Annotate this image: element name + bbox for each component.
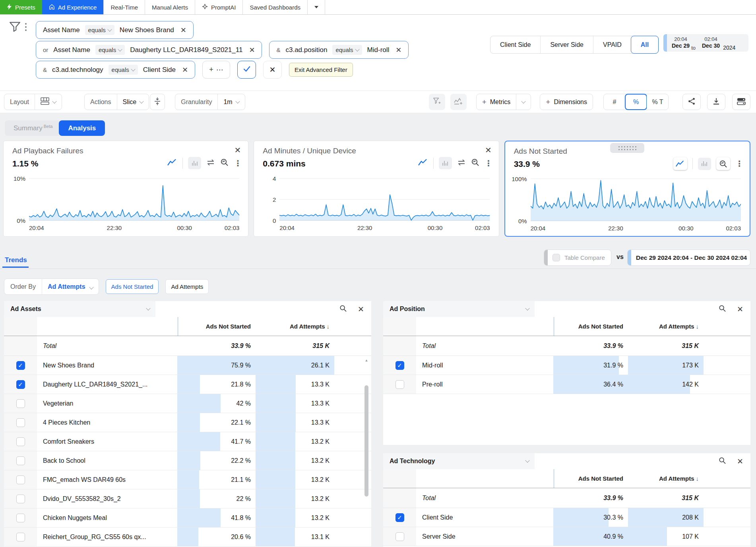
line-chart[interactable]	[531, 176, 741, 223]
zoom-icon[interactable]	[471, 158, 479, 168]
column-header-ad-attempts[interactable]: Ad Attempts↓	[628, 323, 704, 330]
filter-add-disabled-button[interactable]	[429, 94, 445, 110]
table-dimension-dropdown[interactable]: Ad Technology	[383, 453, 535, 469]
drag-handle[interactable]	[610, 143, 644, 153]
layout-button[interactable]: Layout	[4, 94, 62, 110]
segment-client-side[interactable]: Client Side	[490, 36, 540, 53]
remove-filter-icon[interactable]: ✕	[182, 66, 188, 74]
nav-saved-dashboards[interactable]: Saved Dashboards	[243, 0, 308, 14]
exit-advanced-filter-button[interactable]: Exit Advanced Filter	[289, 63, 353, 77]
filter-funnel-icon[interactable]	[10, 22, 20, 33]
segment-vpaid[interactable]: VPAID	[593, 36, 631, 53]
close-icon[interactable]: ✕	[235, 145, 241, 155]
line-chart-icon[interactable]	[418, 158, 428, 168]
table-row[interactable]: Server Side40.9 %107 K	[383, 527, 750, 546]
table-scrollbar[interactable]: ▲	[364, 358, 369, 546]
segment-server-side[interactable]: Server Side	[540, 36, 593, 53]
row-checkbox[interactable]: ✓	[16, 380, 25, 389]
chip-ads-not-started[interactable]: Ads Not Started	[106, 279, 159, 294]
row-checkbox[interactable]	[395, 380, 404, 389]
order-by-dropdown[interactable]: Order By Ad Attempts	[4, 278, 99, 295]
trend-add-disabled-button[interactable]	[450, 94, 467, 110]
zoom-icon[interactable]	[716, 157, 730, 170]
actions-button[interactable]: Actions Slice	[84, 94, 149, 110]
row-checkbox[interactable]	[395, 532, 404, 541]
remove-filter-icon[interactable]: ✕	[395, 46, 401, 54]
split-rows-button[interactable]	[150, 94, 165, 110]
segment-all[interactable]: All	[631, 36, 659, 54]
table-compare-toggle[interactable]: Table Compare	[544, 249, 611, 266]
card-ads-not-started[interactable]: Ads Not Started 33.9 % ⋮ 100%0% 20:0422:…	[504, 141, 750, 237]
line-chart[interactable]	[29, 176, 239, 223]
filter-pill[interactable]: & c3.ad.position equals Mid-roll ✕	[269, 41, 409, 59]
row-checkbox[interactable]: ✓	[395, 513, 404, 522]
filter-op[interactable]: equals	[95, 45, 125, 55]
nav-more-dropdown[interactable]	[308, 0, 325, 14]
row-checkbox[interactable]	[16, 495, 25, 503]
close-icon[interactable]: ✕	[358, 305, 364, 314]
column-header-ad-attempts[interactable]: Ad Attempts↓	[256, 323, 334, 330]
row-checkbox[interactable]	[16, 437, 25, 446]
row-checkbox[interactable]	[16, 514, 25, 522]
share-button[interactable]	[682, 94, 701, 110]
table-row[interactable]: ✓Client Side30.3 %208 K	[383, 508, 750, 527]
granularity-button[interactable]: Granularity 1m	[175, 94, 245, 110]
metrics-dropdown[interactable]	[516, 101, 531, 103]
card-ad-minutes-unique-device[interactable]: Ad Minutes / Unique Device ✕ 0.673 mins …	[254, 141, 499, 237]
kebab-icon[interactable]: ⋮	[485, 159, 492, 167]
search-icon[interactable]	[719, 305, 726, 314]
table-row[interactable]: Vegeterian42 %13.3 K	[4, 394, 371, 413]
table-row[interactable]: Reichert_Group_RG_CS55 60s qx...20.6 %13…	[4, 528, 371, 547]
zoom-icon[interactable]	[220, 158, 229, 168]
filter-op[interactable]: equals	[332, 45, 362, 55]
search-icon[interactable]	[719, 457, 726, 466]
add-dimensions-button[interactable]: +Dimensions	[540, 94, 593, 110]
remove-filter-icon[interactable]: ✕	[180, 26, 186, 35]
table-dimension-dropdown[interactable]: Ad Assets	[4, 301, 155, 317]
row-checkbox[interactable]	[16, 399, 25, 408]
table-row[interactable]: 4 Pieces Kitchen22.1 %13.3 K	[4, 413, 371, 432]
table-row[interactable]: Pre-roll36.4 %142 K	[383, 375, 750, 394]
table-row[interactable]: Dvido_DV_5553582_30s_222 %13.2 K	[4, 489, 371, 508]
table-row[interactable]: ✓Mid-roll31.9 %173 K	[383, 356, 750, 375]
compare-range-picker[interactable]: Dec 29 2024 20:04 - Dec 30 2024 02:04	[627, 249, 750, 266]
close-icon[interactable]: ✕	[737, 305, 743, 314]
bar-chart-icon[interactable]	[439, 157, 452, 169]
row-checkbox[interactable]	[16, 533, 25, 541]
row-checkbox[interactable]: ✓	[395, 361, 404, 370]
table-row[interactable]: Comfort Sneakers41.7 %13.2 K	[4, 432, 371, 451]
card-view-toggle-button[interactable]	[732, 94, 750, 110]
bar-chart-icon[interactable]	[188, 157, 201, 169]
filter-op[interactable]: equals	[85, 25, 114, 35]
format-percent[interactable]: %	[625, 94, 647, 110]
nav-promptai[interactable]: PromptAI	[195, 0, 243, 14]
nav-manual-alerts[interactable]: Manual Alerts	[145, 0, 195, 14]
column-header-ads-not-started[interactable]: Ads Not Started	[553, 475, 628, 482]
scrollbar-thumb[interactable]	[364, 385, 368, 497]
row-checkbox[interactable]: ✓	[16, 361, 25, 370]
column-header-ads-not-started[interactable]: Ads Not Started	[553, 323, 628, 330]
tab-summary[interactable]: SummaryBeta	[5, 120, 59, 136]
filter-op[interactable]: equals	[109, 65, 138, 75]
table-row[interactable]: ✓Daugherty LLC_DAR1849_S2021_...21.8 %13…	[4, 375, 371, 394]
date-range-picker[interactable]: 20:04Dec 29 to 02:04Dec 30 2024	[663, 34, 748, 52]
table-row[interactable]: Chicken Nuggets Meal41.8 %13.2 K	[4, 508, 371, 528]
scroll-up-icon[interactable]: ▲	[364, 358, 369, 363]
row-checkbox[interactable]	[16, 475, 25, 484]
table-dimension-dropdown[interactable]: Ad Position	[383, 301, 535, 317]
filter-pill[interactable]: & c3.ad.technology equals Client Side ✕	[36, 61, 195, 79]
format-number[interactable]: #	[604, 94, 625, 110]
line-chart[interactable]	[279, 176, 490, 223]
close-icon[interactable]: ✕	[737, 457, 743, 466]
nav-real-time[interactable]: Real-Time	[104, 0, 145, 14]
line-chart-icon[interactable]	[673, 157, 687, 170]
kebab-icon[interactable]: ⋮	[735, 160, 743, 168]
chip-ad-attempts[interactable]: Ad Attempts	[165, 279, 209, 294]
tab-analysis[interactable]: Analysis	[59, 120, 105, 136]
filter-pill[interactable]: or Asset Name equals Daugherty LLC_DAR18…	[36, 41, 262, 59]
close-icon[interactable]: ✕	[485, 145, 492, 155]
download-button[interactable]	[707, 94, 725, 110]
add-metrics-button[interactable]: +Metrics	[476, 94, 531, 110]
search-icon[interactable]	[339, 305, 347, 314]
nav-ad-experience[interactable]: Ad Experience	[42, 0, 104, 14]
